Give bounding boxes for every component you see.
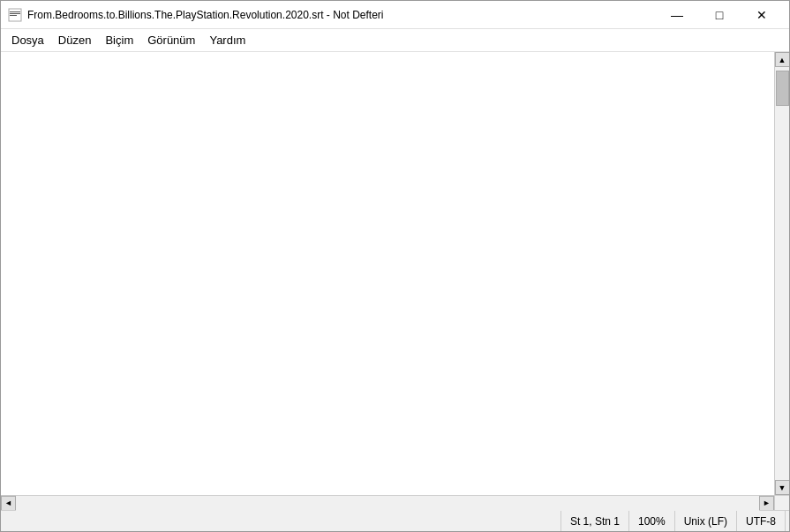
- status-zoom: 100%: [629, 511, 675, 531]
- horizontal-scrollbar[interactable]: ◄ ►: [1, 495, 789, 510]
- title-bar-controls: — □ ✕: [657, 4, 782, 26]
- minimize-button[interactable]: —: [657, 4, 697, 26]
- scroll-left-button[interactable]: ◄: [1, 496, 16, 511]
- vertical-scrollbar[interactable]: ▲ ▼: [774, 52, 789, 495]
- app-icon: [8, 8, 22, 22]
- svg-rect-2: [10, 13, 20, 14]
- menu-gorunum[interactable]: Görünüm: [140, 31, 202, 49]
- text-editor[interactable]: [1, 52, 774, 495]
- scroll-track[interactable]: [775, 67, 790, 480]
- scroll-right-button[interactable]: ►: [759, 496, 774, 511]
- status-position-spacer: [4, 511, 561, 531]
- window-title: From.Bedrooms.to.Billions.The.PlayStatio…: [27, 9, 384, 21]
- menu-dosya[interactable]: Dosya: [4, 31, 51, 49]
- scroll-up-button[interactable]: ▲: [775, 52, 790, 67]
- svg-rect-3: [10, 15, 17, 16]
- scroll-thumb[interactable]: [776, 71, 789, 106]
- scrollbar-corner: [774, 496, 789, 511]
- status-bar: St 1, Stn 1 100% Unix (LF) UTF-8: [1, 510, 789, 531]
- status-encoding: UTF-8: [737, 511, 786, 531]
- menu-bicim[interactable]: Biçim: [98, 31, 140, 49]
- menu-bar: Dosya Düzen Biçim Görünüm Yardım: [1, 29, 789, 52]
- title-bar-left: From.Bedrooms.to.Billions.The.PlayStatio…: [8, 8, 384, 22]
- status-position: St 1, Stn 1: [561, 511, 629, 531]
- maximize-button[interactable]: □: [699, 4, 740, 26]
- hscroll-track[interactable]: [16, 496, 759, 511]
- title-bar: From.Bedrooms.to.Billions.The.PlayStatio…: [1, 1, 789, 29]
- menu-yardim[interactable]: Yardım: [202, 31, 252, 49]
- main-window: From.Bedrooms.to.Billions.The.PlayStatio…: [0, 0, 790, 532]
- menu-duzen[interactable]: Düzen: [51, 31, 99, 49]
- scroll-down-button[interactable]: ▼: [775, 480, 790, 495]
- editor-area: ▲ ▼: [1, 52, 789, 495]
- status-line-ending: Unix (LF): [675, 511, 737, 531]
- svg-rect-1: [10, 11, 20, 12]
- close-button[interactable]: ✕: [741, 4, 782, 26]
